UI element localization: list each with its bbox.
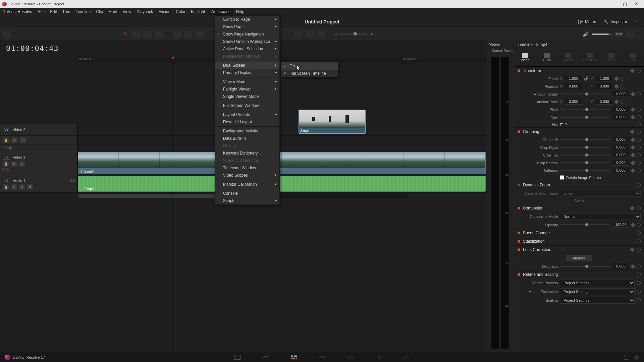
reset-icon[interactable] <box>637 264 641 268</box>
flip-v[interactable]: ⇅ <box>565 122 568 126</box>
reset-icon[interactable] <box>637 239 641 243</box>
keyframe-icon[interactable] <box>631 92 635 96</box>
menu-color[interactable]: Color <box>173 8 188 15</box>
fit-tool[interactable] <box>196 31 204 38</box>
menu-item-switch-to-page[interactable]: Switch to Page <box>215 16 279 23</box>
reset-icon[interactable] <box>620 100 624 104</box>
keyframe-icon[interactable] <box>631 168 635 173</box>
softness-slider[interactable] <box>560 170 610 171</box>
reset-icon[interactable] <box>637 161 641 165</box>
keyframe-icon[interactable] <box>631 264 635 268</box>
menu-item-primary-display[interactable]: Primary Display <box>215 69 279 76</box>
track-enable[interactable]: ▭ <box>20 137 26 143</box>
enable-dot[interactable] <box>518 232 520 234</box>
softness-input[interactable] <box>612 168 629 173</box>
maximize-button[interactable]: ▢ <box>619 1 631 7</box>
insert-tool[interactable] <box>155 31 163 38</box>
yaw-input[interactable] <box>612 114 629 120</box>
dim-button[interactable]: DIM <box>615 32 624 37</box>
anchor-x-input[interactable] <box>565 99 582 105</box>
menu-item-data-burn-in[interactable]: Data Burn-In <box>215 135 279 142</box>
close-button[interactable]: ✕ <box>631 1 642 7</box>
menu-item-show-panel-in-workspace[interactable]: Show Panel in Workspace <box>215 38 279 45</box>
menu-item-viewer-mode[interactable]: Viewer Mode <box>215 78 279 85</box>
opacity-slider[interactable] <box>560 224 610 225</box>
swap-button[interactable]: Swap <box>575 199 584 203</box>
enable-dot[interactable] <box>518 207 520 209</box>
keyframe-icon[interactable] <box>631 222 635 227</box>
menu-item-video-scopes[interactable]: Video Scopes <box>215 172 279 179</box>
menu-view[interactable]: View <box>120 8 134 15</box>
dynzoom-ease-select[interactable]: Linear <box>560 190 641 197</box>
track-auto[interactable]: ◇ <box>11 137 17 143</box>
trim-tool[interactable] <box>132 31 140 38</box>
clip-preview-hover[interactable]: 3.mp4 <box>299 110 366 134</box>
blade-tool[interactable] <box>144 31 152 38</box>
retain-checkbox[interactable] <box>560 175 564 180</box>
menu-fusion[interactable]: Fusion <box>156 8 173 15</box>
page-deliver[interactable] <box>402 354 411 360</box>
flag-tool[interactable] <box>306 31 314 38</box>
menu-item-dual-screen[interactable]: Dual Screen <box>215 62 279 69</box>
track-lock[interactable]: 🔒 <box>3 184 9 190</box>
page-color[interactable] <box>346 354 354 360</box>
zoom-in-icon[interactable]: + <box>370 32 372 36</box>
menu-fairlight[interactable]: Fairlight <box>188 8 208 15</box>
tab-file[interactable]: File <box>623 49 644 66</box>
submenu-item-full-screen-timeline[interactable]: Full Screen Timeline <box>281 70 338 77</box>
track-mute[interactable]: M <box>27 184 33 190</box>
menu-item-show-page-navigation[interactable]: Show Page Navigation <box>215 31 279 38</box>
menu-workspace[interactable]: Workspace <box>208 8 233 15</box>
settings-icon[interactable] <box>634 355 639 360</box>
track-lock[interactable]: 🔒 <box>3 137 9 143</box>
menu-item-console[interactable]: Console <box>215 190 279 197</box>
menu-playback[interactable]: Playback <box>134 8 156 15</box>
reset-icon[interactable] <box>620 77 624 81</box>
menu-item-keyword-dictionary-[interactable]: Keyword Dictionary... <box>215 149 279 157</box>
crop-top-slider[interactable] <box>560 155 610 156</box>
enable-dot[interactable] <box>518 184 520 186</box>
workspace-menu[interactable]: Switch to PageShow PageShow Page Navigat… <box>215 15 280 205</box>
menu-item-reset-ui-layout[interactable]: Reset UI Layout <box>215 118 279 126</box>
menu-mark[interactable]: Mark <box>106 8 120 15</box>
pitch-input[interactable] <box>612 107 629 112</box>
distortion-input[interactable] <box>612 263 629 269</box>
reset-icon[interactable] <box>637 273 641 277</box>
keyframe-icon[interactable] <box>631 107 635 112</box>
flip-h[interactable]: ⇄ <box>560 122 563 126</box>
zoom-x-input[interactable] <box>565 76 582 81</box>
menu-item-full-screen-window[interactable]: Full Screen Window <box>215 102 279 109</box>
reset-icon[interactable] <box>637 122 641 126</box>
link-tool[interactable] <box>294 31 302 38</box>
minimize-button[interactable]: — <box>608 1 619 7</box>
reset-icon[interactable] <box>637 130 641 134</box>
track-v1-content[interactable]: 🔗 2.mp4 <box>78 151 486 175</box>
reset-icon[interactable] <box>637 290 641 294</box>
keyframe-icon[interactable] <box>631 153 635 157</box>
menu-item-background-activity[interactable]: Background Activity <box>215 127 279 135</box>
menu-file[interactable]: File <box>36 8 47 15</box>
tab-video[interactable]: Video <box>514 49 536 66</box>
enable-dot[interactable] <box>518 69 520 72</box>
customize-toolbar[interactable] <box>627 31 635 38</box>
selection-tool[interactable]: ↖ <box>122 31 129 37</box>
crop-left-slider[interactable] <box>560 139 610 140</box>
track-v2-content[interactable] <box>78 124 486 135</box>
link-icon[interactable]: 🔗 <box>584 76 589 81</box>
menu-timeline[interactable]: Timeline <box>73 8 93 15</box>
speaker-icon[interactable]: 🔊 <box>583 32 588 37</box>
pitch-slider[interactable] <box>560 109 610 110</box>
reset-icon[interactable] <box>637 69 641 73</box>
menu-item-single-viewer-mode[interactable]: Single Viewer Mode <box>215 93 279 100</box>
menu-item-show-page[interactable]: Show Page <box>215 23 279 31</box>
track-auto[interactable]: ◇ <box>11 161 17 167</box>
tab-image[interactable]: Image <box>601 49 623 66</box>
reset-icon[interactable] <box>637 298 641 302</box>
menu-item-scripts[interactable]: Scripts <box>215 197 279 204</box>
tab-audio[interactable]: Audio <box>536 49 558 66</box>
reset-icon[interactable] <box>637 153 641 157</box>
crop-right-input[interactable] <box>612 144 629 150</box>
menu-clip[interactable]: Clip <box>93 8 106 15</box>
dual-screen-submenu[interactable]: OnFull Screen Timeline <box>281 62 338 77</box>
keyframe-icon[interactable] <box>630 206 635 210</box>
